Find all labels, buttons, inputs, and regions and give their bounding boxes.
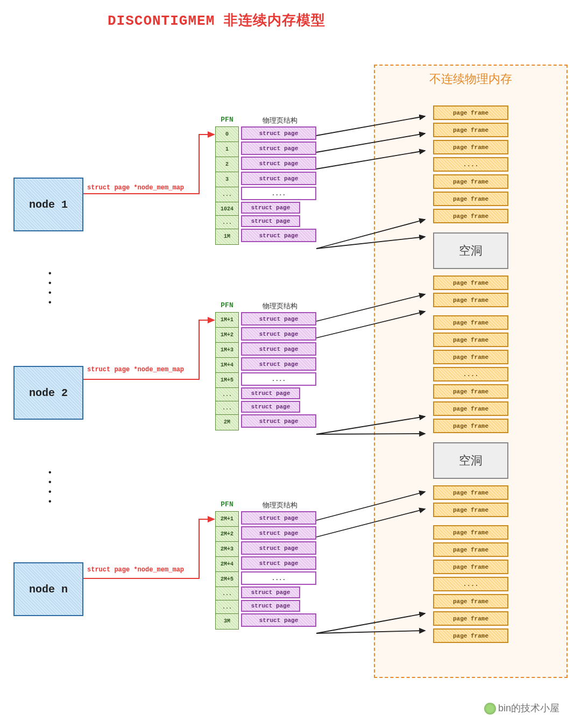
pfn-cell: ...: [215, 586, 239, 601]
pfn-cell: 1M+1: [215, 312, 239, 328]
pfn-row: .......: [215, 187, 317, 202]
struct-page-cell: struct page: [241, 357, 316, 371]
struct-header: 物理页结构: [242, 116, 317, 125]
pfn-row: ...struct page: [215, 387, 317, 401]
page-frame: page frame: [433, 525, 508, 540]
pfn-row: 1M+3struct page: [215, 342, 317, 357]
page-frame-column: page framepage framepage frame....page f…: [375, 105, 566, 646]
pfn-row: ...struct page: [215, 215, 317, 229]
pfn-cell: ...: [215, 215, 239, 230]
pfn-cell: 2M+4: [215, 556, 239, 572]
pfn-cell: 2M+2: [215, 526, 239, 542]
page-frame: page frame: [433, 560, 508, 574]
struct-page-cell: struct page: [241, 215, 300, 227]
page-frame: ....: [433, 157, 508, 172]
page-frame: page frame: [433, 384, 508, 399]
pfn-cell: 3: [215, 172, 239, 188]
pfn-row: ...struct page: [215, 586, 317, 600]
pfn-cell: 1M+3: [215, 342, 239, 358]
watermark: bin的技术小屋: [484, 702, 559, 715]
pfn-cell: 1M+4: [215, 357, 239, 373]
pfn-cell: 1M: [215, 229, 239, 245]
pfn-row: 1Mstruct page: [215, 229, 317, 244]
struct-page-cell: struct page: [241, 312, 316, 326]
pfn-row: 3struct page: [215, 172, 317, 187]
pfn-cell: 2M+1: [215, 511, 239, 527]
pfn-table: PFN物理页结构2M+1struct page2M+2struct page2M…: [215, 500, 317, 628]
struct-page-cell: struct page: [241, 401, 300, 413]
pfn-cell: 2M+5: [215, 571, 239, 588]
page-frame: ....: [433, 367, 508, 381]
pfn-row: 2M+4struct page: [215, 556, 317, 571]
pfn-header: PFN: [215, 301, 239, 311]
pfn-row: 2M+1struct page: [215, 511, 317, 526]
pfn-cell: 1M+2: [215, 327, 239, 343]
page-frame: ....: [433, 577, 508, 591]
page-frame: page frame: [433, 123, 508, 137]
node-box: node 1: [13, 178, 83, 231]
struct-page-cell: struct page: [241, 342, 316, 356]
pfn-cell: 1024: [215, 202, 239, 216]
page-frame: page frame: [433, 105, 508, 120]
pfn-cell: 1M+5: [215, 372, 239, 388]
pfn-header: PFN: [215, 116, 239, 125]
pfn-cell: 2M: [215, 414, 239, 430]
pointer-label: struct page *node_mem_map: [87, 184, 184, 192]
page-frame: page frame: [433, 350, 508, 364]
page-frame: page frame: [433, 293, 508, 307]
pfn-table: PFN物理页结构0struct page1struct page2struct …: [215, 116, 317, 244]
page-frame: page frame: [433, 140, 508, 154]
node-box: node 2: [13, 366, 83, 420]
pfn-cell: 2: [215, 157, 239, 173]
pfn-row: 0struct page: [215, 126, 317, 142]
pfn-row: 2Mstruct page: [215, 414, 317, 429]
page-frame: page frame: [433, 174, 508, 189]
pfn-row: 1struct page: [215, 142, 317, 157]
pfn-row: ...struct page: [215, 401, 317, 414]
page-frame: page frame: [433, 485, 508, 500]
struct-page-cell: struct page: [241, 387, 300, 399]
pfn-row: 2M+3struct page: [215, 541, 317, 556]
struct-page-cell: ....: [241, 372, 316, 386]
struct-page-cell: struct page: [241, 202, 300, 214]
struct-page-cell: struct page: [241, 327, 316, 341]
physical-memory-title: 不连续物理内存: [375, 71, 566, 87]
struct-page-cell: struct page: [241, 556, 316, 570]
pointer-label: struct page *node_mem_map: [87, 566, 184, 574]
page-frame: page frame: [433, 611, 508, 626]
struct-page-cell: struct page: [241, 541, 316, 555]
pfn-row: 2M+2struct page: [215, 526, 317, 541]
struct-page-cell: struct page: [241, 142, 316, 155]
memory-hole: 空洞: [433, 232, 508, 269]
page-frame: page frame: [433, 315, 508, 330]
page-frame: page frame: [433, 542, 508, 557]
pfn-cell: ...: [215, 187, 239, 203]
struct-page-cell: struct page: [241, 511, 316, 525]
pfn-row: 1M+1struct page: [215, 312, 317, 327]
pfn-row: 1M+5....: [215, 372, 317, 387]
pfn-cell: ...: [215, 401, 239, 415]
page-frame: page frame: [433, 209, 508, 223]
pfn-table: PFN物理页结构1M+1struct page1M+2struct page1M…: [215, 301, 317, 429]
struct-header: 物理页结构: [242, 301, 317, 311]
struct-page-cell: struct page: [241, 586, 300, 598]
pfn-cell: 3M: [215, 613, 239, 630]
pfn-row: 1M+4struct page: [215, 357, 317, 372]
pfn-cell: 2M+3: [215, 541, 239, 557]
ellipsis-icon: ••••: [47, 269, 53, 308]
page-frame: page frame: [433, 401, 508, 416]
diagram-title: DISCONTIGMEM 非连续内存模型: [108, 11, 325, 30]
struct-page-cell: struct page: [241, 613, 316, 627]
page-frame: page frame: [433, 333, 508, 347]
pfn-row: 2M+5....: [215, 571, 317, 586]
struct-page-cell: struct page: [241, 157, 316, 170]
page-frame: page frame: [433, 628, 508, 643]
memory-hole: 空洞: [433, 442, 508, 479]
struct-page-cell: ....: [241, 187, 316, 200]
struct-page-cell: struct page: [241, 600, 300, 612]
pfn-cell: ...: [215, 387, 239, 402]
page-frame: page frame: [433, 192, 508, 206]
pfn-cell: 1: [215, 142, 239, 158]
pfn-row: ...struct page: [215, 600, 317, 613]
pfn-cell: ...: [215, 600, 239, 614]
